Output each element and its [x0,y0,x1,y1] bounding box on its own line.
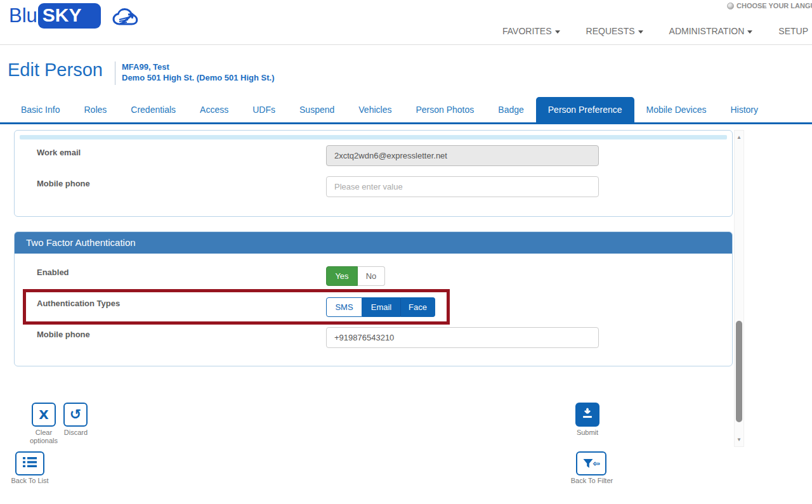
tab-credentials[interactable]: Credentials [119,97,188,122]
tab-access[interactable]: Access [188,97,240,122]
logo-text-sky: SKY [38,3,101,29]
nav-requests-label: REQUESTS [586,26,635,36]
auth-type-sms-button[interactable]: SMS [326,297,362,317]
tab-vehicles[interactable]: Vehicles [346,97,403,122]
tab-bar: Basic Info Roles Credentials Access UDFs… [0,97,812,124]
panel-header-strip [20,135,727,139]
person-context: MFA99, Test Demo 501 High St. (Demo 501 … [122,61,275,83]
submit-button[interactable] [575,403,599,427]
two-factor-panel: Two Factor Authentication Enabled Yes No… [14,231,733,366]
facility-name: Demo 501 High St. (Demo 501 High St.) [122,72,275,83]
chevron-down-icon [555,30,560,34]
page-title: Edit Person [8,60,103,81]
chevron-down-icon [747,30,752,34]
main-nav: FAVORITES REQUESTS ADMINISTRATION SETUP [502,26,808,36]
blusky-logo[interactable]: Blu SKY [9,3,101,29]
scrollbar-thumb[interactable] [736,321,742,422]
back-to-list-button[interactable] [15,451,44,475]
tab-udfs[interactable]: UDFs [240,97,287,122]
choose-language-label: CHOOSE YOUR LANGUAGE [737,2,812,10]
undo-icon: ↺ [70,408,81,422]
scroll-down-icon[interactable]: ▼ [735,437,743,443]
tab-person-photos[interactable]: Person Photos [403,97,486,122]
discard-label: Discard [58,429,93,437]
tab-mobile-devices[interactable]: Mobile Devices [634,97,719,122]
contact-panel: Work email Mobile phone [14,130,733,217]
nav-setup[interactable]: SETUP [778,26,808,36]
tab-roles[interactable]: Roles [72,97,119,122]
cloud-arrow-icon [110,8,143,33]
arrow-left-icon: ⇦ [593,459,600,468]
top-bar: Blu SKY CHOOSE YOUR LANGUAGE FAVORITES R… [0,0,812,45]
download-icon [580,406,594,423]
enabled-label: Enabled [37,268,69,277]
tab-history[interactable]: History [718,97,770,122]
enabled-toggle: Yes No [326,266,385,286]
tfa-mobile-phone-field[interactable] [326,327,599,348]
tab-badge[interactable]: Badge [486,97,535,122]
tfa-mobile-phone-label: Mobile phone [37,330,90,339]
auth-type-email-button[interactable]: Email [362,297,400,317]
authentication-types-label: Authentication Types [37,299,120,308]
scroll-up-icon[interactable]: ▲ [735,134,743,140]
nav-favorites-label: FAVORITES [502,26,552,36]
back-to-list-label: Back To List [5,477,55,485]
x-icon: X [39,408,48,421]
nav-setup-label: SETUP [778,26,808,36]
logo-text-blu: Blu [9,4,37,27]
two-factor-header: Two Factor Authentication [15,232,732,254]
auth-type-face-button[interactable]: Face [400,297,435,317]
authentication-types-toggle: SMS Email Face [326,297,435,317]
discard-button[interactable]: ↺ [63,403,88,427]
nav-administration[interactable]: ADMINISTRATION [669,26,753,36]
nav-favorites[interactable]: FAVORITES [502,26,560,36]
tab-basic-info[interactable]: Basic Info [9,97,72,122]
back-to-filter-label: Back To Filter [567,477,617,485]
person-name: MFA99, Test [122,61,275,72]
title-divider [115,61,115,85]
enabled-no-button[interactable]: No [358,266,385,286]
clear-optionals-button[interactable]: X [32,403,56,427]
back-to-filter-button[interactable]: ⇦ [576,451,606,475]
chevron-down-icon [638,30,643,34]
work-email-label: Work email [37,148,81,157]
mobile-phone-label: Mobile phone [37,179,90,188]
vertical-scrollbar[interactable]: ▲ ▼ [734,130,744,447]
tab-suspend[interactable]: Suspend [287,97,346,122]
enabled-yes-button[interactable]: Yes [326,266,358,286]
tab-person-preference[interactable]: Person Preference [536,97,634,122]
nav-requests[interactable]: REQUESTS [586,26,643,36]
list-icon [22,456,37,471]
clear-optionals-label: Clear optionals [25,429,62,444]
work-email-field[interactable] [326,145,599,166]
choose-language-button[interactable]: CHOOSE YOUR LANGUAGE [727,2,812,10]
nav-administration-label: ADMINISTRATION [669,26,745,36]
globe-icon [727,3,734,10]
mobile-phone-field[interactable] [326,176,599,197]
submit-label: Submit [566,429,609,437]
